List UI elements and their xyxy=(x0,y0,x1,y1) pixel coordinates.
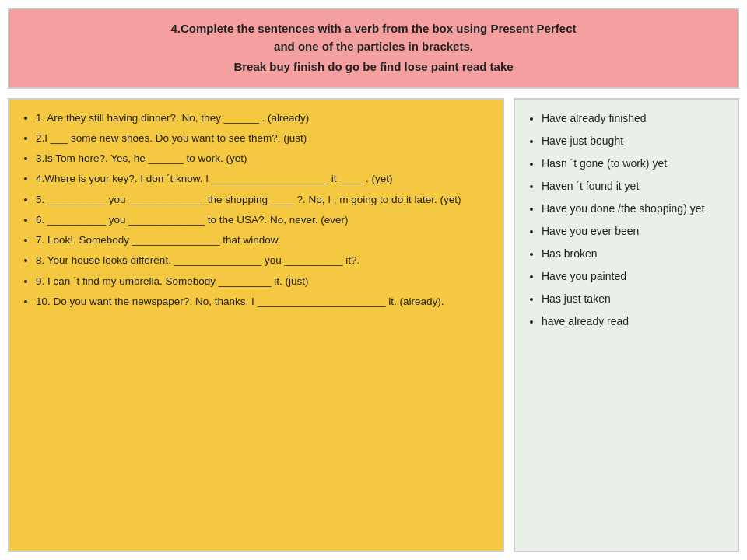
left-list-item: 7. Look!. Somebody _______________ that … xyxy=(36,233,490,248)
main-area: 1. Are they still having dinner?. No, th… xyxy=(8,98,739,553)
right-list-item: Hasn ´t gone (to work) yet xyxy=(542,156,725,172)
right-list-item: Have you done /the shopping) yet xyxy=(542,201,725,217)
header-line1: 4.Complete the sentences with a verb fro… xyxy=(171,22,577,35)
right-list-item: Has broken xyxy=(542,246,725,262)
right-list-item: Have you ever been xyxy=(542,223,725,240)
left-list-item: 8. Your house looks different. _________… xyxy=(36,253,490,268)
right-list-item: Haven ´t found it yet xyxy=(542,178,725,194)
right-box: Have already finishedHave just boughtHas… xyxy=(514,98,739,553)
left-list-item: 2.I ___ some new shoes. Do you want to s… xyxy=(36,131,490,146)
header-line2: and one of the particles in brackets. xyxy=(274,40,473,53)
header-words: Break buy finish do go be find lose pain… xyxy=(25,58,722,76)
left-list: 1. Are they still having dinner?. No, th… xyxy=(22,110,490,310)
left-list-item: 1. Are they still having dinner?. No, th… xyxy=(36,110,490,126)
left-list-item: 5. __________ you _____________ the shop… xyxy=(36,192,490,208)
right-list-item: Have just bought xyxy=(542,133,725,149)
right-list-item: have already read xyxy=(542,313,725,330)
left-list-item: 10. Do you want the newspaper?. No, than… xyxy=(36,294,490,310)
left-box: 1. Are they still having dinner?. No, th… xyxy=(8,98,504,553)
left-list-item: 6. __________ you _____________ to the U… xyxy=(36,212,490,228)
left-list-item: 4.Where is your key?. I don ´t know. I _… xyxy=(36,171,490,187)
right-list-item: Have already finished xyxy=(542,110,725,127)
right-list-item: Have you painted xyxy=(542,268,725,285)
right-list: Have already finishedHave just boughtHas… xyxy=(528,110,725,330)
right-list-item: Has just taken xyxy=(542,291,725,307)
header-box: 4.Complete the sentences with a verb fro… xyxy=(8,8,739,89)
left-list-item: 9. I can ´t find my umbrella. Somebody _… xyxy=(36,274,490,289)
left-list-item: 3.Is Tom here?. Yes, he ______ to work. … xyxy=(36,151,490,166)
